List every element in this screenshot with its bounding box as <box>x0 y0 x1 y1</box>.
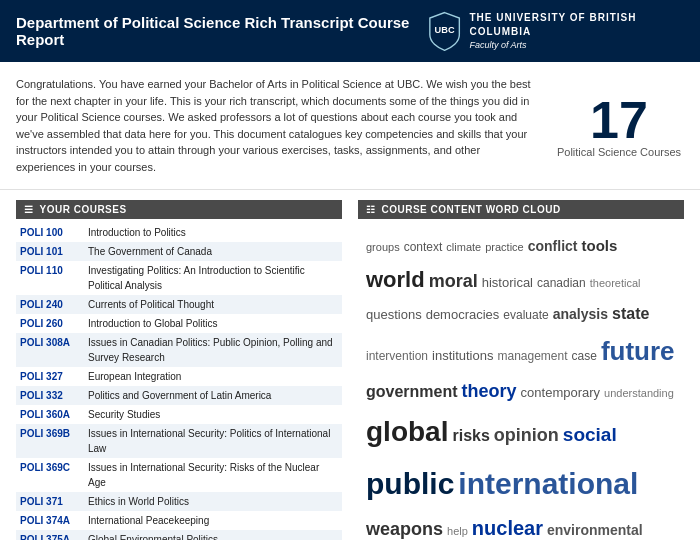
courses-section: ☰ YOUR COURSES POLI 100Introduction to P… <box>16 200 342 540</box>
word-cloud-word: theory <box>462 376 517 407</box>
word-cloud-inner: groupscontextclimatepracticeconflicttool… <box>362 229 680 540</box>
table-row: POLI 260Introduction to Global Politics <box>16 314 342 333</box>
word-cloud-word: state <box>612 300 649 327</box>
word-cloud-word: conflict <box>528 235 578 259</box>
course-name: Introduction to Politics <box>88 225 186 240</box>
word-cloud-word: world <box>366 261 425 298</box>
table-row: POLI 240Currents of Political Thought <box>16 295 342 314</box>
table-row: POLI 332Politics and Government of Latin… <box>16 386 342 405</box>
word-cloud-word: international <box>458 458 638 509</box>
course-code: POLI 360A <box>20 407 88 422</box>
table-row: POLI 371Ethics in World Politics <box>16 492 342 511</box>
course-code: POLI 101 <box>20 244 88 259</box>
word-cloud-word: social <box>563 419 617 451</box>
course-name: Issues in Canadian Politics: Public Opin… <box>88 335 338 365</box>
wordcloud-section-header: ☷ COURSE CONTENT WORD CLOUD <box>358 200 684 219</box>
course-code: POLI 327 <box>20 369 88 384</box>
word-cloud-word: climate <box>446 238 481 257</box>
course-name: Introduction to Global Politics <box>88 316 218 331</box>
word-cloud-word: context <box>404 237 443 257</box>
table-row: POLI 110Investigating Politics: An Intro… <box>16 261 342 295</box>
intro-text: Congratulations. You have earned your Ba… <box>16 76 534 175</box>
table-row: POLI 327European Integration <box>16 367 342 386</box>
course-name: Politics and Government of Latin America <box>88 388 271 403</box>
word-cloud-word: analysis <box>553 303 608 327</box>
word-cloud-word: global <box>366 408 448 456</box>
word-cloud-word: canadian <box>537 273 586 293</box>
courses-list: POLI 100Introduction to PoliticsPOLI 101… <box>16 223 342 540</box>
courses-section-header: ☰ YOUR COURSES <box>16 200 342 219</box>
word-cloud-word: government <box>366 378 458 405</box>
wordcloud-icon: ☷ <box>366 204 376 215</box>
table-row: POLI 360ASecurity Studies <box>16 405 342 424</box>
page-header: Department of Political Science Rich Tra… <box>0 0 700 62</box>
courses-label: Political Science Courses <box>557 146 681 158</box>
course-code: POLI 110 <box>20 263 88 293</box>
table-row: POLI 374AInternational Peacekeeping <box>16 511 342 530</box>
word-cloud-word: theoretical <box>590 274 641 293</box>
table-row: POLI 375AGlobal Environmental Politics <box>16 530 342 540</box>
word-cloud-word: help <box>447 522 468 540</box>
word-cloud-word: management <box>497 346 567 366</box>
word-cloud-word: intervention <box>366 346 428 366</box>
word-cloud-word: public <box>366 458 454 509</box>
word-cloud-word: groups <box>366 238 400 257</box>
word-cloud-word: moral <box>429 266 478 297</box>
wordcloud-section: ☷ COURSE CONTENT WORD CLOUD groupscontex… <box>358 200 684 540</box>
course-name: Global Environmental Politics <box>88 532 218 540</box>
word-cloud-word: risks <box>452 422 489 449</box>
table-row: POLI 101The Government of Canada <box>16 242 342 261</box>
course-code: POLI 240 <box>20 297 88 312</box>
course-name: Investigating Politics: An Introduction … <box>88 263 338 293</box>
course-name: European Integration <box>88 369 181 384</box>
university-logo: UBC THE UNIVERSITY OF BRITISH COLUMBIA F… <box>428 10 684 52</box>
main-content: ☰ YOUR COURSES POLI 100Introduction to P… <box>0 190 700 540</box>
course-code: POLI 371 <box>20 494 88 509</box>
course-name: Ethics in World Politics <box>88 494 189 509</box>
stats-box: 17 Political Science Courses <box>554 76 684 175</box>
word-cloud-word: opinion <box>494 420 559 451</box>
word-cloud-word: contemporary <box>521 382 600 404</box>
word-cloud-word: historical <box>482 272 533 294</box>
word-cloud-word: tools <box>582 233 618 259</box>
course-code: POLI 308A <box>20 335 88 365</box>
word-cloud-word: questions <box>366 304 422 326</box>
course-name: Currents of Political Thought <box>88 297 214 312</box>
table-row: POLI 100Introduction to Politics <box>16 223 342 242</box>
table-row: POLI 369CIssues in International Securit… <box>16 458 342 492</box>
course-code: POLI 369C <box>20 460 88 490</box>
course-code: POLI 332 <box>20 388 88 403</box>
ubc-logo-text: THE UNIVERSITY OF BRITISH COLUMBIA Facul… <box>469 11 684 52</box>
courses-count: 17 <box>590 94 648 146</box>
word-cloud-word: weapons <box>366 514 443 540</box>
word-cloud-word: case <box>572 346 597 366</box>
courses-header-label: YOUR COURSES <box>40 204 127 215</box>
course-code: POLI 375A <box>20 532 88 540</box>
word-cloud-word: practice <box>485 238 524 257</box>
wordcloud-header-label: COURSE CONTENT WORD CLOUD <box>382 204 561 215</box>
course-code: POLI 100 <box>20 225 88 240</box>
course-name: International Peacekeeping <box>88 513 209 528</box>
course-name: Issues in International Security: Risks … <box>88 460 338 490</box>
word-cloud-word: environmental <box>547 519 643 540</box>
course-name: The Government of Canada <box>88 244 212 259</box>
word-cloud-word: future <box>601 329 675 373</box>
course-code: POLI 260 <box>20 316 88 331</box>
word-cloud-word: democracies <box>426 304 500 326</box>
word-cloud-word: understanding <box>604 384 674 403</box>
page-title: Department of Political Science Rich Tra… <box>16 14 428 48</box>
word-cloud-word: institutions <box>432 345 493 367</box>
word-cloud-word: evaluate <box>503 305 548 325</box>
intro-section: Congratulations. You have earned your Ba… <box>0 62 700 190</box>
wordcloud-container: groupscontextclimatepracticeconflicttool… <box>358 223 684 540</box>
course-name: Security Studies <box>88 407 160 422</box>
course-name: Issues in International Security: Politi… <box>88 426 338 456</box>
course-code: POLI 374A <box>20 513 88 528</box>
ubc-shield-icon: UBC <box>428 10 461 52</box>
course-code: POLI 369B <box>20 426 88 456</box>
courses-icon: ☰ <box>24 204 34 215</box>
word-cloud-word: nuclear <box>472 511 543 540</box>
table-row: POLI 369BIssues in International Securit… <box>16 424 342 458</box>
table-row: POLI 308AIssues in Canadian Politics: Pu… <box>16 333 342 367</box>
svg-text:UBC: UBC <box>435 25 455 35</box>
